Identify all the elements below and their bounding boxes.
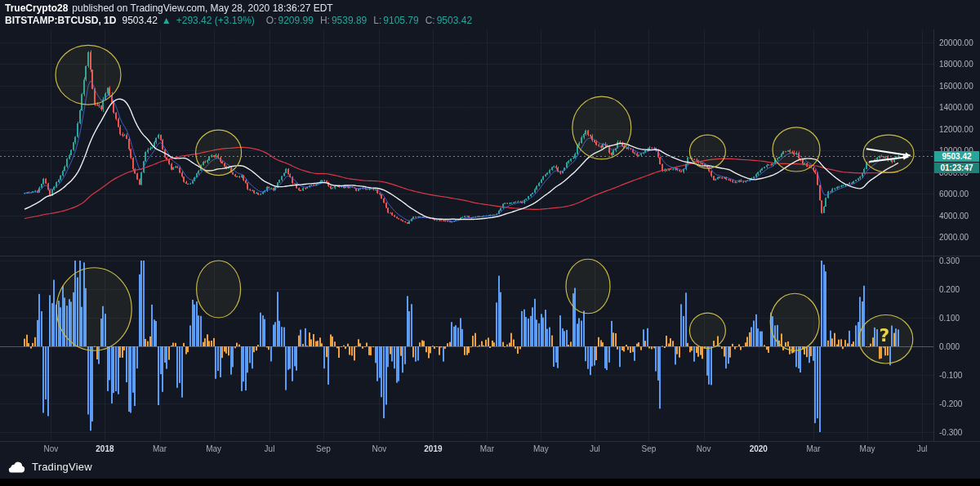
indicator-tick-label: 0.300 xyxy=(939,256,960,265)
price-tick-label: 6000.00 xyxy=(939,189,969,198)
price-change: +293.42 (+3.19%) xyxy=(176,15,255,26)
price-tick-label: 12000.00 xyxy=(939,125,973,134)
indicator-tick-label: 0.000 xyxy=(939,342,960,351)
time-tick-label: Sep xyxy=(641,444,656,453)
time-tick-label: Sep xyxy=(316,444,331,453)
chart-canvas[interactable] xyxy=(0,0,980,486)
tradingview-footer: TradingView xyxy=(7,461,92,473)
time-tick-label: Jul xyxy=(590,444,600,453)
price-tick-label: 18000.00 xyxy=(939,60,973,69)
time-tick-label: May xyxy=(860,444,875,453)
symbol-title: BITSTAMP:BTCUSD, 1D xyxy=(5,15,116,26)
time-tick-label: 2019 xyxy=(424,444,442,453)
indicator-tick-label: -0.100 xyxy=(939,371,962,380)
current-price-label: 9503.42 xyxy=(934,151,979,162)
time-tick-label: Jul xyxy=(917,444,928,453)
price-tick-label: 14000.00 xyxy=(939,103,973,112)
time-tick-label: Mar xyxy=(153,444,167,453)
price-tick-label: 4000.00 xyxy=(939,212,969,221)
time-tick-label: May xyxy=(533,444,549,453)
price-tick-label: 16000.00 xyxy=(939,82,973,91)
low-label: L: xyxy=(373,15,381,26)
high-value: 9539.89 xyxy=(332,15,367,26)
symbol-row: BITSTAMP:BTCUSD, 1D9503.42▲+293.42 (+3.1… xyxy=(5,15,980,27)
price-tick-label: 20000.00 xyxy=(939,38,973,47)
close-label: C: xyxy=(425,15,435,26)
open-label: O: xyxy=(266,15,277,26)
time-tick-label: May xyxy=(206,444,221,453)
price-axis[interactable]: 20000.0018000.0016000.0014000.0012000.00… xyxy=(936,29,980,441)
indicator-tick-label: -0.200 xyxy=(939,399,962,408)
author-name: TrueCrypto28 xyxy=(5,2,68,14)
indicator-tick-label: 0.100 xyxy=(939,314,960,323)
close-value: 9503.42 xyxy=(437,15,472,26)
price-tick-label: 2000.00 xyxy=(939,233,969,242)
time-tick-label: 2018 xyxy=(96,444,114,453)
open-value: 9209.99 xyxy=(278,15,313,26)
time-axis[interactable]: Nov2018MarMayJulSepNov2019MarMayJulSepNo… xyxy=(0,443,980,457)
high-label: H: xyxy=(320,15,330,26)
last-price: 9503.42 xyxy=(122,15,157,26)
time-tick-label: Jul xyxy=(265,444,275,453)
time-tick-label: Nov xyxy=(372,444,386,453)
publish-header: TrueCrypto28published on TradingView.com… xyxy=(0,0,980,27)
time-tick-label: Mar xyxy=(806,444,820,453)
brand-name[interactable]: TradingView xyxy=(32,461,92,473)
up-arrow-icon: ▲ xyxy=(162,15,172,26)
time-tick-label: Nov xyxy=(43,444,58,453)
time-tick-label: 2020 xyxy=(750,444,768,453)
indicator-tick-label: -0.300 xyxy=(939,428,962,437)
time-tick-label: Mar xyxy=(480,444,494,453)
tradingview-published-chart: TrueCrypto28published on TradingView.com… xyxy=(0,0,980,486)
publish-info-row: TrueCrypto28published on TradingView.com… xyxy=(5,2,980,15)
indicator-tick-label: 0.200 xyxy=(939,285,960,294)
publish-info: published on TradingView.com, May 28, 20… xyxy=(72,2,332,14)
tradingview-logo-icon[interactable] xyxy=(7,461,26,473)
time-tick-label: Nov xyxy=(697,444,711,453)
bar-countdown-label: 01:23:47 xyxy=(934,163,979,173)
low-value: 9105.79 xyxy=(383,15,418,26)
